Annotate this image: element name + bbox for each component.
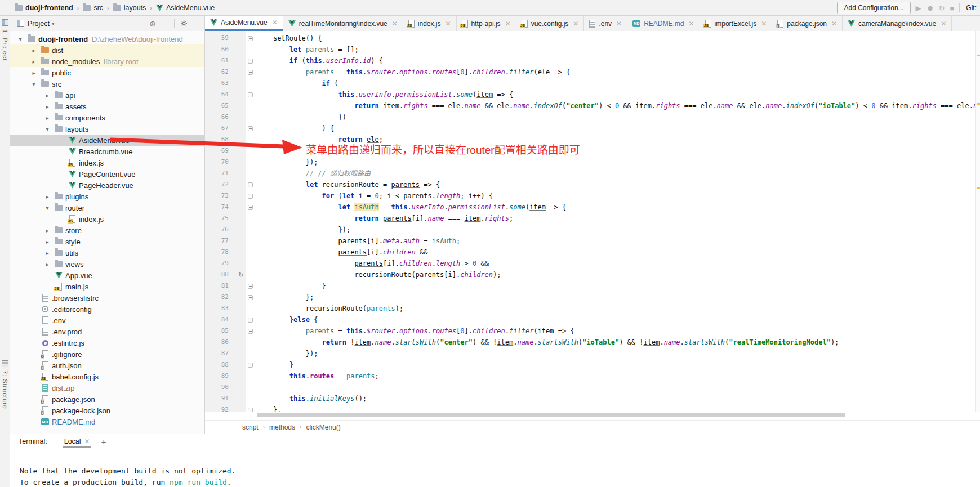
code-line[interactable]: 67 ) { xyxy=(205,123,980,134)
code-line[interactable]: 91 this.initialKeys(); xyxy=(205,393,980,404)
project-panel-title[interactable]: Project xyxy=(28,20,50,28)
code-line[interactable]: 70 }); xyxy=(205,157,980,168)
tree-item[interactable]: ▸components xyxy=(10,112,204,123)
tree-item[interactable]: AsideMenu.vue xyxy=(10,135,204,146)
code-line[interactable]: 75 return parents[i].name === item.right… xyxy=(205,213,980,224)
tree-item[interactable]: Breadcrumb.vue xyxy=(10,146,204,157)
code-breadcrumb-item[interactable]: methods xyxy=(269,423,295,431)
fold-marker-icon[interactable] xyxy=(246,329,255,334)
fold-marker-icon[interactable] xyxy=(246,408,255,413)
editor-tab[interactable]: AsideMenu.vue✕ xyxy=(205,16,283,31)
tree-item[interactable]: .env.prod xyxy=(10,326,204,337)
code-line[interactable]: 63 if ( xyxy=(205,78,980,89)
close-icon[interactable]: ✕ xyxy=(941,20,946,28)
code-line[interactable]: 76 }); xyxy=(205,224,980,235)
close-icon[interactable]: ✕ xyxy=(446,20,451,28)
chevron-down-icon[interactable]: ▾ xyxy=(15,36,26,42)
error-stripe-scrollbar[interactable] xyxy=(975,31,980,412)
fold-marker-icon[interactable] xyxy=(246,92,255,97)
fold-marker-icon[interactable] xyxy=(246,59,255,64)
chevron-down-icon[interactable]: ▾ xyxy=(42,205,53,211)
chevron-right-icon[interactable]: ▸ xyxy=(42,227,53,234)
breadcrumb-item[interactable]: duoji-frontend xyxy=(15,4,73,12)
tree-item[interactable]: {}package.json xyxy=(10,394,204,405)
terminal-tab-local[interactable]: Local ✕ xyxy=(63,435,91,448)
tree-item[interactable]: ⊘.gitignore xyxy=(10,349,204,360)
fold-marker-icon[interactable] xyxy=(246,363,255,368)
code-line[interactable]: 88 } xyxy=(205,359,980,370)
close-icon[interactable]: ✕ xyxy=(689,20,694,28)
tree-item[interactable]: ▸public xyxy=(10,67,204,78)
code-editor[interactable]: 59 setRoute() {60 let parents = [];61 if… xyxy=(205,31,980,412)
chevron-right-icon[interactable]: ▸ xyxy=(42,115,53,121)
git-label[interactable]: Git: xyxy=(966,4,977,12)
fold-marker-icon[interactable] xyxy=(246,194,255,199)
breadcrumb-item[interactable]: AsideMenu.vue xyxy=(156,4,215,12)
tree-item[interactable]: ▾duoji-frontendD:\zheheWeb\duoji-fronten… xyxy=(10,33,204,44)
tree-item[interactable]: ▸assets xyxy=(10,101,204,112)
code-line[interactable]: 84 }else { xyxy=(205,314,980,325)
add-configuration-button[interactable]: Add Configuration... xyxy=(837,2,910,14)
code-line[interactable]: 64 this.userInfo.permissionList.some(ite… xyxy=(205,89,980,100)
structure-toolwindow-button[interactable]: 7: Structure xyxy=(0,360,10,409)
chevron-down-icon[interactable]: ▾ xyxy=(52,21,55,26)
code-line[interactable]: 87 }); xyxy=(205,348,980,359)
tree-item[interactable]: MDREADME.md xyxy=(10,416,204,427)
code-line[interactable]: 78 parents[i].children && xyxy=(205,247,980,258)
editor-tab[interactable]: {}package.json✕ xyxy=(772,16,843,31)
fold-marker-icon[interactable] xyxy=(246,205,255,210)
code-line[interactable]: 66 }) xyxy=(205,111,980,123)
fold-marker-icon[interactable] xyxy=(246,70,255,75)
breadcrumb-item[interactable]: layouts xyxy=(113,4,146,12)
code-line[interactable]: 86 return !item.name.startsWith("center"… xyxy=(205,337,980,348)
code-line[interactable]: 60 let parents = []; xyxy=(205,44,980,55)
tree-item[interactable]: ▸node_moduleslibrary root xyxy=(10,56,204,67)
tree-item[interactable]: JSindex.js xyxy=(10,157,204,168)
tree-item[interactable]: .eslintrc.js xyxy=(10,337,204,349)
code-line[interactable]: 80↻ recursionRoute(parents[i].children); xyxy=(205,269,980,280)
editor-tab[interactable]: realTimeMonitoring\index.vue✕ xyxy=(283,16,403,31)
fold-marker-icon[interactable] xyxy=(246,284,255,289)
tree-item[interactable]: PageHeader.vue xyxy=(10,180,204,191)
fold-marker-icon[interactable] xyxy=(246,295,255,300)
rerun-icon[interactable]: ↻ xyxy=(939,5,945,12)
tree-item[interactable]: {}auth.json xyxy=(10,360,204,371)
tree-item[interactable]: ▸api xyxy=(10,90,204,101)
code-line[interactable]: 71 // // 递归权限路由 xyxy=(205,168,980,179)
chevron-right-icon[interactable]: ▸ xyxy=(28,70,39,76)
tree-item[interactable]: .editorconfig xyxy=(10,303,204,315)
close-icon[interactable]: ✕ xyxy=(761,20,767,28)
close-icon[interactable]: ✕ xyxy=(573,20,578,28)
editor-tab[interactable]: JSimportExcel.js✕ xyxy=(700,16,773,31)
editor-tab[interactable]: JSindex.js✕ xyxy=(403,16,457,31)
new-terminal-tab-button[interactable]: + xyxy=(101,437,106,446)
editor-tab[interactable]: MDREADME.md✕ xyxy=(627,16,700,31)
chevron-right-icon[interactable]: ▸ xyxy=(28,47,39,53)
tree-item[interactable]: JSmain.js xyxy=(10,281,204,292)
chevron-right-icon[interactable]: ▸ xyxy=(42,104,53,110)
run-icon[interactable]: ▶ xyxy=(916,5,921,12)
code-line[interactable]: 83 recursionRoute(parents); xyxy=(205,303,980,314)
editor-tab[interactable]: JShttp-api.js✕ xyxy=(457,16,516,31)
fold-marker-icon[interactable] xyxy=(246,318,255,323)
fold-marker-icon[interactable] xyxy=(246,36,255,41)
scrollbar-thumb[interactable] xyxy=(257,413,845,417)
editor-tab[interactable]: cameraManage\index.vue✕ xyxy=(843,16,952,31)
close-icon[interactable]: ✕ xyxy=(84,437,90,445)
fold-marker-icon[interactable] xyxy=(246,126,255,131)
tree-item[interactable]: .browserslistrc xyxy=(10,292,204,303)
tree-item[interactable]: ▾router xyxy=(10,202,204,213)
code-line[interactable]: 65 return item.rights === ele.name && el… xyxy=(205,100,980,111)
tree-item[interactable]: ▸dist xyxy=(10,44,204,56)
breadcrumb-item[interactable]: src xyxy=(83,4,103,12)
tree-item[interactable]: JSindex.js xyxy=(10,213,204,225)
close-icon[interactable]: ✕ xyxy=(272,19,278,26)
project-toolwindow-button[interactable]: 1: Project xyxy=(0,19,10,61)
code-breadcrumb-item[interactable]: clickMenu() xyxy=(306,423,340,431)
tree-item[interactable]: App.vue xyxy=(10,270,204,281)
tree-item[interactable]: ▾src xyxy=(10,78,204,90)
chevron-right-icon[interactable]: ▸ xyxy=(42,261,53,267)
tree-item[interactable]: .env xyxy=(10,315,204,326)
close-icon[interactable]: ✕ xyxy=(392,20,398,28)
stop-icon[interactable]: ■ xyxy=(950,5,954,12)
